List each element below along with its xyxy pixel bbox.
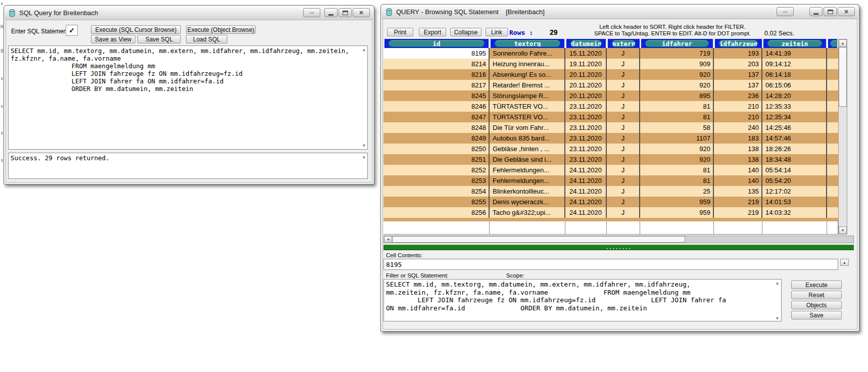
cell[interactable]: Autobus 835 bard... <box>490 133 565 144</box>
cell[interactable]: 210 <box>714 101 762 112</box>
cell[interactable]: 8256 <box>383 207 490 218</box>
cell[interactable]: 20.11.2020 <box>565 90 607 101</box>
cell[interactable]: J <box>607 112 640 122</box>
cell[interactable]: 14:28:20 <box>762 90 827 101</box>
cell[interactable]: 20.11.2020 <box>565 69 607 80</box>
cell[interactable]: 8255 <box>383 197 490 207</box>
cell[interactable]: 959 <box>640 207 714 218</box>
cell[interactable]: 8252 <box>383 165 490 175</box>
grid-horizontal-scrollbar[interactable]: ◄ <box>383 236 854 243</box>
cell[interactable]: J <box>607 90 640 101</box>
execute-sql-cursor-browse-button[interactable]: Execute (SQL Cursor Browse) <box>91 25 181 34</box>
cell[interactable]: 137 <box>714 80 762 90</box>
cell[interactable]: 140 <box>714 175 762 186</box>
execute-button[interactable]: Execute <box>791 281 842 289</box>
cell[interactable]: J <box>607 122 640 133</box>
cell-contents-field[interactable]: 8195 <box>383 259 838 270</box>
cell[interactable]: 959 <box>640 197 714 207</box>
cell[interactable]: Die Gebläse sind i... <box>490 154 565 165</box>
cell[interactable]: 8251 <box>383 154 490 165</box>
collapse-button[interactable]: Collapse <box>450 28 481 36</box>
column-header-datumein[interactable]: datumein <box>565 39 607 48</box>
save-as-view-button[interactable]: Save as View <box>91 35 135 43</box>
cell[interactable]: 219 <box>714 197 762 207</box>
right-window-titlebar[interactable]: QUERY - Browsing SQL Statement [Breitenb… <box>381 5 858 19</box>
splitter-bar[interactable]: ........ <box>383 245 854 250</box>
cell[interactable]: J <box>607 197 640 207</box>
load-sql-button[interactable]: Load SQL <box>186 35 227 43</box>
cell[interactable]: 236 <box>714 90 762 101</box>
cell[interactable]: TÜRTASTER VO... <box>490 112 565 122</box>
cell[interactable]: 12:17:02 <box>762 186 827 197</box>
cell[interactable]: 219 <box>714 207 762 218</box>
cell[interactable]: J <box>607 186 640 197</box>
cell[interactable]: 12:35:33 <box>762 101 827 112</box>
cell[interactable]: 14:41:39 <box>762 48 827 59</box>
column-header-textorg[interactable]: textorg <box>490 39 565 48</box>
cell[interactable]: 140 <box>714 165 762 175</box>
cell[interactable]: 81 <box>640 165 714 175</box>
cell[interactable]: 8246 <box>383 101 490 112</box>
cell[interactable]: 23.11.2020 <box>565 112 607 122</box>
print-button[interactable]: Print <box>387 28 413 36</box>
cell[interactable]: 15.11.2020 <box>565 48 607 59</box>
cell[interactable]: 23.11.2020 <box>565 154 607 165</box>
cell[interactable]: 210 <box>714 112 762 122</box>
cell[interactable]: 18:34:48 <box>762 154 827 165</box>
resize-button[interactable]: ⇔ <box>303 8 320 17</box>
vertical-scroll-track[interactable] <box>839 107 847 226</box>
cell[interactable]: 14:03:32 <box>762 207 827 218</box>
cell[interactable]: 8216 <box>383 69 490 80</box>
cell[interactable]: 909 <box>640 59 714 69</box>
cell[interactable]: 14:57:46 <box>762 133 827 144</box>
maximize-button[interactable] <box>824 7 837 16</box>
cell[interactable]: Blinkerkontollleuc... <box>490 186 565 197</box>
cell[interactable]: 81 <box>640 112 714 122</box>
cell[interactable]: 8245 <box>383 90 490 101</box>
cell[interactable]: 8254 <box>383 186 490 197</box>
cell[interactable]: 14:25:46 <box>762 122 827 133</box>
cell[interactable]: 920 <box>640 69 714 80</box>
horizontal-scroll-track[interactable] <box>685 236 853 243</box>
cell[interactable]: 24.11.2020 <box>565 197 607 207</box>
close-button[interactable]: ✕ <box>353 8 370 17</box>
cell[interactable]: 23.11.2020 <box>565 144 607 154</box>
cell[interactable]: J <box>607 48 640 59</box>
cell[interactable]: 8217 <box>383 80 490 90</box>
cell[interactable]: Störungslampe R... <box>490 90 565 101</box>
cell[interactable]: J <box>607 133 640 144</box>
cell[interactable]: 137 <box>714 69 762 80</box>
cell[interactable]: 8214 <box>383 59 490 69</box>
cell[interactable]: Fehlermeldungen... <box>490 165 565 175</box>
cell[interactable]: Die Tür vom Fahr... <box>490 122 565 133</box>
cell[interactable]: J <box>607 154 640 165</box>
scroll-down-button[interactable]: ▼ <box>839 226 847 234</box>
cell[interactable]: 23.11.2020 <box>565 133 607 144</box>
cell[interactable]: J <box>607 101 640 112</box>
cell[interactable]: Absenkung! Es so... <box>490 69 565 80</box>
column-header-id[interactable]: id <box>383 39 490 48</box>
horizontal-scroll-thumb[interactable] <box>392 236 685 243</box>
cell[interactable]: 193 <box>714 48 762 59</box>
column-header-extern[interactable]: extern <box>607 39 640 48</box>
cell[interactable]: 895 <box>640 90 714 101</box>
cell[interactable]: 135 <box>714 186 762 197</box>
cell[interactable]: 05:54:20 <box>762 175 827 186</box>
scroll-up-button[interactable]: ▲ <box>839 39 847 47</box>
cell[interactable]: 06:14:18 <box>762 69 827 80</box>
cell[interactable]: Heizung innenrau... <box>490 59 565 69</box>
cell[interactable]: 138 <box>714 144 762 154</box>
cell[interactable]: 81 <box>640 175 714 186</box>
cell[interactable]: Denis wycieraczk... <box>490 197 565 207</box>
cell[interactable]: J <box>607 69 640 80</box>
cell[interactable]: 8253 <box>383 175 490 186</box>
cell[interactable]: 81 <box>640 101 714 112</box>
cell[interactable]: 8195 <box>383 48 490 59</box>
cell[interactable]: 14:01:53 <box>762 197 827 207</box>
cell[interactable]: 1107 <box>640 133 714 144</box>
link-button[interactable]: Link <box>486 28 508 36</box>
column-header-idfahrer[interactable]: idfahrer <box>640 39 714 48</box>
cell[interactable]: 23.11.2020 <box>565 122 607 133</box>
cell[interactable]: 20.11.2020 <box>565 80 607 90</box>
cell[interactable]: J <box>607 80 640 90</box>
